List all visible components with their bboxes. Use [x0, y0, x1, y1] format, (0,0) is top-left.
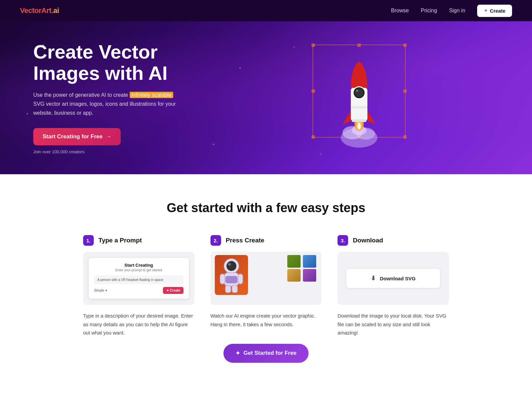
- step-1-header: 1. Type a Prompt: [83, 235, 195, 246]
- bottom-sparkle-icon: ✦: [235, 350, 240, 357]
- mockup-sub: Enter your prompt to get started: [94, 268, 184, 272]
- svg-rect-11: [351, 106, 367, 109]
- handle-rm: [403, 89, 407, 93]
- astronaut-svg: [218, 257, 245, 293]
- step-2-card: 2. Press Create: [210, 235, 322, 337]
- thumb-1: [287, 255, 301, 268]
- hero-description: Use the power of generative AI to create…: [33, 90, 180, 118]
- svg-point-14: [226, 261, 236, 271]
- steps-section: Get started with a few easy steps 1. Typ…: [0, 174, 532, 399]
- create-label: Create: [490, 8, 505, 14]
- rocket-illustration: [323, 41, 396, 148]
- step-2-header: 2. Press Create: [210, 235, 322, 246]
- svg-rect-20: [225, 285, 231, 293]
- step-1-num: 1.: [83, 235, 94, 246]
- thumb-4: [303, 269, 316, 282]
- handle-tr: [403, 44, 407, 47]
- svg-rect-18: [220, 274, 225, 284]
- mockup-input: A person with a VR headset floating in s…: [94, 275, 184, 284]
- svg-rect-17: [225, 276, 237, 283]
- logo-ai: ai: [53, 6, 59, 15]
- hero-cta-label: Start Creating for Free: [43, 133, 102, 140]
- step-3-image: ⬇ Download SVG: [337, 252, 449, 305]
- hero-section: + + + + Create Vector Images with AI Use…: [0, 21, 532, 174]
- hero-desc-after: SVG vector art images, logos, icons and …: [33, 101, 176, 116]
- hero-title: Create Vector Images with AI: [33, 41, 219, 84]
- svg-point-15: [228, 263, 231, 266]
- thumb-3: [287, 269, 301, 282]
- svg-point-6: [357, 123, 361, 129]
- pricing-link[interactable]: Pricing: [421, 8, 437, 14]
- handle-bl: [312, 135, 315, 139]
- handle-tl: [312, 44, 315, 47]
- step-2-label: Press Create: [226, 237, 264, 244]
- step-2-num: 2.: [210, 235, 221, 246]
- step-1-label: Type a Prompt: [98, 237, 142, 244]
- thumb-2: [303, 255, 316, 268]
- hero-cta-button[interactable]: Start Creating for Free →: [33, 128, 121, 145]
- style-label: Simple: [94, 289, 104, 292]
- browse-link[interactable]: Browse: [391, 8, 409, 14]
- mockup-title: Start Creating: [94, 263, 184, 268]
- step-3-card: 3. Download ⬇ Download SVG Download the …: [337, 235, 449, 337]
- step-3-header: 3. Download: [337, 235, 449, 246]
- svg-point-10: [356, 90, 358, 92]
- mockup-create-btn[interactable]: ✦ Create: [163, 287, 184, 294]
- gen-main-img: [215, 255, 248, 295]
- mockup-style: Simple ▾: [94, 289, 107, 292]
- signin-link[interactable]: Sign in: [449, 8, 465, 14]
- hero-highlight: infinitely scalable: [130, 92, 173, 98]
- mockup-footer: Simple ▾ ✦ Create: [94, 287, 184, 294]
- steps-title: Get started with a few easy steps: [27, 201, 505, 215]
- handle-br: [403, 135, 407, 139]
- logo[interactable]: VectorArt.ai: [20, 6, 59, 15]
- step-3-label: Download: [353, 237, 383, 244]
- navbar: VectorArt.ai Browse Pricing Sign in ✦ Cr…: [0, 0, 532, 21]
- bottom-cta-section: ✦ Get Started for Free: [27, 337, 505, 383]
- steps-grid: 1. Type a Prompt Start Creating Enter yo…: [83, 235, 449, 337]
- hero-content: Create Vector Images with AI Use the pow…: [33, 41, 219, 154]
- create-button[interactable]: ✦ Create: [477, 5, 512, 17]
- svg-rect-21: [232, 285, 237, 293]
- hero-sub-text: Join over 100,000 creators: [33, 149, 219, 154]
- handle-lm: [312, 89, 315, 93]
- rocket-container: [306, 41, 412, 154]
- logo-text: VectorArt: [20, 6, 52, 15]
- gen-grid: [287, 255, 317, 282]
- step-3-num: 3.: [337, 235, 348, 246]
- svg-rect-12: [352, 119, 366, 122]
- download-button-mockup: ⬇ Download SVG: [346, 268, 440, 288]
- style-arrow: ▾: [105, 289, 107, 292]
- svg-point-9: [355, 88, 363, 97]
- download-icon: ⬇: [371, 275, 376, 282]
- bottom-cta-label: Get Started for Free: [243, 350, 297, 356]
- sparkle-icon: ✦: [484, 8, 488, 13]
- step-1-desc: Type in a description of your desired im…: [83, 312, 195, 337]
- mockup-download: ⬇ Download SVG: [346, 268, 440, 288]
- step-1-image: Start Creating Enter your prompt to get …: [83, 252, 195, 305]
- hero-desc-before: Use the power of generative AI to create: [33, 92, 130, 98]
- hero-cta-arrow: →: [106, 133, 111, 140]
- svg-rect-19: [238, 274, 243, 284]
- download-label: Download SVG: [380, 276, 416, 281]
- step-2-image: [210, 252, 322, 305]
- hero-visual: [219, 41, 499, 154]
- mockup-generate: [215, 255, 317, 302]
- step-2-desc: Watch our AI engine create your vector g…: [210, 312, 322, 329]
- step-1-card: 1. Type a Prompt Start Creating Enter yo…: [83, 235, 195, 337]
- step-3-desc: Download the image to your local disk. Y…: [337, 312, 449, 337]
- mockup-create: Start Creating Enter your prompt to get …: [89, 258, 189, 299]
- nav-links: Browse Pricing Sign in ✦ Create: [391, 5, 512, 17]
- bottom-cta-button[interactable]: ✦ Get Started for Free: [223, 344, 309, 363]
